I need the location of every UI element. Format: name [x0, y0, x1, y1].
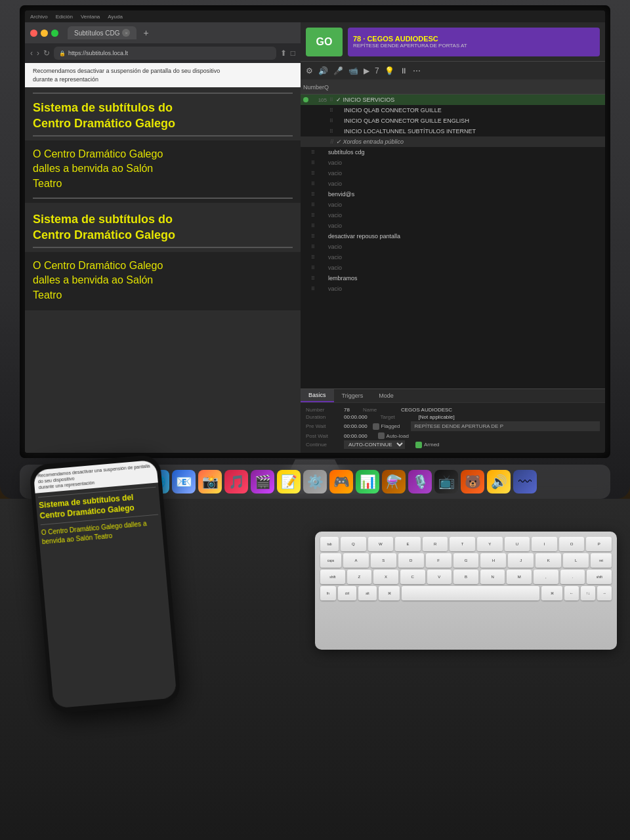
dock-icon-waveform[interactable]: 〰	[513, 470, 537, 494]
cue-list-item[interactable]: ⠿ benvid@s	[301, 189, 605, 200]
menu-item-ventana[interactable]: Ventana	[81, 14, 100, 20]
key-left[interactable]: ←	[564, 586, 579, 600]
tab-close-button[interactable]: ×	[122, 29, 130, 37]
key-v[interactable]: V	[427, 570, 452, 584]
key-i[interactable]: I	[532, 537, 557, 551]
cue-list-item[interactable]: ⠿ subtítulos cdg	[301, 147, 605, 158]
reload-button[interactable]: ↻	[43, 49, 50, 58]
cue-group-header[interactable]: ⠿ ✓ Xordos entrada público	[301, 136, 605, 147]
key-d[interactable]: D	[398, 553, 424, 568]
cue-list-item[interactable]: ⠿ vacio	[301, 210, 605, 220]
key-l[interactable]: L	[563, 553, 589, 568]
key-u[interactable]: U	[505, 537, 530, 551]
key-right[interactable]: →	[597, 586, 612, 600]
cue-list-item[interactable]: ⠿ vacio	[301, 220, 605, 231]
dock-icon-bear[interactable]: 🐻	[461, 470, 484, 494]
cue-list-item[interactable]: ⠿ INICIO LOCALTUNNEL SUBTÍTULOS INTERNET	[301, 126, 605, 136]
cue-list-item[interactable]: ⠿ vacio	[301, 284, 605, 294]
cue-list-item[interactable]: ⠿ lembramos	[301, 273, 605, 284]
back-button[interactable]: ‹	[30, 49, 33, 58]
dock-icon-settings[interactable]: ⚙️	[303, 470, 327, 494]
cue-list-item[interactable]: ⠿ vacio	[301, 158, 605, 168]
key-g[interactable]: G	[453, 553, 479, 568]
cue-list-item[interactable]: ⠿ vacio	[301, 178, 605, 189]
minimize-button[interactable]	[41, 30, 48, 37]
cue-list-item[interactable]: ⠿ vacio	[301, 252, 605, 262]
key-j[interactable]: J	[508, 553, 534, 568]
play-icon[interactable]: ▶	[364, 66, 369, 75]
key-s[interactable]: S	[371, 553, 396, 568]
key-b[interactable]: B	[453, 570, 478, 584]
key-z[interactable]: Z	[347, 570, 372, 584]
key-shift-l[interactable]: shift	[320, 570, 345, 584]
key-enter[interactable]: ret	[591, 553, 612, 568]
armed-checkbox[interactable]: Armed	[415, 442, 440, 448]
address-bar[interactable]: 🔒 https://subtitulos.loca.lt	[54, 47, 276, 60]
forward-button[interactable]: ›	[37, 49, 39, 58]
key-n[interactable]: N	[480, 570, 505, 584]
key-e[interactable]: E	[395, 537, 421, 551]
key-caps[interactable]: caps	[320, 553, 341, 568]
share-button[interactable]: ⬆	[280, 49, 287, 58]
cue-list-item[interactable]: 105 ⠿ ✓ INICIO SERVICIOS	[301, 94, 605, 105]
dock-icon-podcast[interactable]: 🎙️	[408, 470, 432, 494]
new-tab-button[interactable]: +	[143, 28, 148, 38]
video-icon[interactable]: 📹	[348, 66, 358, 75]
dock-icon-mail[interactable]: 📧	[172, 470, 196, 494]
go-button[interactable]: GO	[306, 28, 343, 56]
tab-basics[interactable]: Basics	[301, 389, 334, 402]
menu-item-edicion[interactable]: Edición	[56, 14, 73, 20]
cue-list-item[interactable]: ⠿ vacio	[301, 242, 605, 252]
more-icon[interactable]: ⋯	[413, 66, 421, 75]
key-period[interactable]: .	[560, 570, 585, 584]
cue-list-item[interactable]: ⠿ vacio	[301, 200, 605, 210]
key-cmd-l[interactable]: ⌘	[379, 586, 400, 600]
key-t[interactable]: T	[450, 537, 475, 551]
key-shift-r[interactable]: shift	[587, 570, 612, 584]
key-comma[interactable]: ,	[534, 570, 558, 584]
key-alt[interactable]: alt	[358, 586, 377, 600]
key-tab[interactable]: tab	[320, 537, 339, 551]
menu-item-ayuda[interactable]: Ayuda	[108, 14, 123, 20]
flagged-checkbox[interactable]: Flagged	[373, 423, 400, 430]
key-c[interactable]: C	[400, 570, 425, 584]
key-q[interactable]: Q	[341, 537, 366, 551]
cue-list-item[interactable]: ⠿ INICIO QLAB CONNECTOR GUILLE ENGLISH	[301, 116, 605, 126]
fullscreen-button[interactable]	[51, 30, 58, 37]
autoload-checkbox[interactable]: Auto-load	[378, 432, 409, 439]
dock-icon-audio[interactable]: 🔊	[487, 470, 511, 494]
key-cmd-r[interactable]: ⌘	[541, 586, 562, 600]
cue-list-item[interactable]: ⠿ vacio	[301, 262, 605, 273]
key-r[interactable]: R	[423, 537, 448, 551]
key-o[interactable]: O	[559, 537, 585, 551]
dock-icon-numbers[interactable]: 📊	[356, 470, 379, 494]
dock-icon-itunes[interactable]: 🎬	[251, 470, 274, 494]
key-f[interactable]: F	[426, 553, 452, 568]
cue-list-item[interactable]: ⠿ desactivar repouso pantalla	[301, 231, 605, 242]
key-k[interactable]: K	[536, 553, 561, 568]
dock-icon-appletv[interactable]: 📺	[434, 470, 458, 494]
cue-list-item[interactable]: ⠿ vacio	[301, 168, 605, 178]
tab-triggers[interactable]: Triggers	[334, 389, 371, 402]
cue-list-item[interactable]: ⠿ INICIO QLAB CONNECTOR GUILLE	[301, 105, 605, 116]
key-m[interactable]: M	[507, 570, 532, 584]
menu-item-archivo[interactable]: Archivo	[30, 14, 48, 20]
key-up-down[interactable]: ↑↓	[581, 586, 595, 600]
key-x[interactable]: X	[373, 570, 398, 584]
dock-icon-photos[interactable]: 📸	[198, 470, 222, 494]
key-fn[interactable]: fn	[320, 586, 336, 600]
dock-icon-qlab[interactable]: ⚗️	[382, 470, 406, 494]
dock-icon-music[interactable]: 🎵	[224, 470, 248, 494]
light-icon[interactable]: 💡	[385, 66, 394, 75]
dock-icon-notes[interactable]: 📝	[277, 470, 301, 494]
continue-select[interactable]: AUTO-CONTINUE	[344, 440, 405, 449]
dock-icon-app1[interactable]: 🎮	[329, 470, 353, 494]
key-w[interactable]: W	[368, 537, 394, 551]
key-space[interactable]	[402, 586, 539, 600]
settings-icon[interactable]: ⚙	[306, 66, 313, 75]
tab-mode[interactable]: Mode	[371, 389, 402, 402]
key-ctrl[interactable]: ctrl	[338, 586, 356, 600]
key-a[interactable]: A	[343, 553, 369, 568]
pause-icon[interactable]: ⏸	[400, 66, 408, 75]
key-h[interactable]: H	[480, 553, 506, 568]
